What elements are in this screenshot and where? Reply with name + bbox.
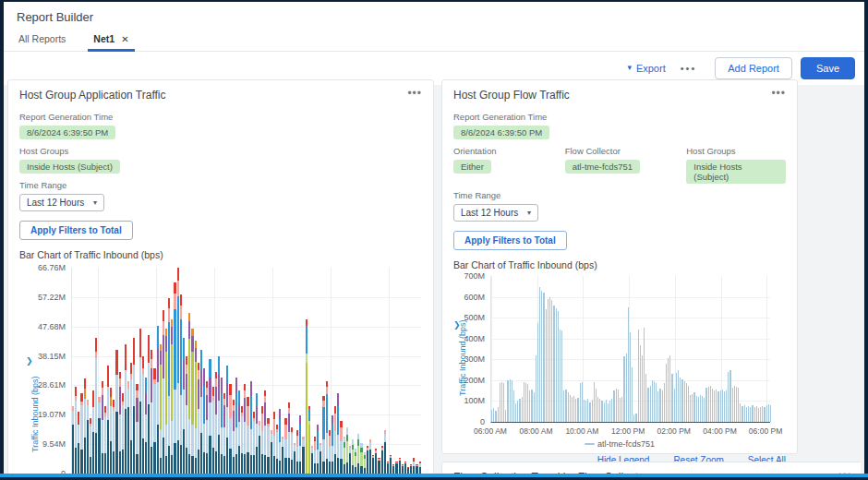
stacked-bar[interactable] xyxy=(247,397,248,474)
bar[interactable] xyxy=(592,400,593,422)
stacked-bar[interactable] xyxy=(332,415,333,474)
bar[interactable] xyxy=(585,401,586,422)
bar[interactable] xyxy=(599,399,600,422)
stacked-bar[interactable] xyxy=(215,372,217,474)
stacked-bar[interactable] xyxy=(256,393,258,474)
stacked-bar[interactable] xyxy=(153,368,155,474)
bar[interactable] xyxy=(577,398,578,422)
bar[interactable] xyxy=(618,390,619,422)
stacked-bar[interactable] xyxy=(107,366,109,474)
stacked-bar[interactable] xyxy=(264,390,266,474)
stacked-bar[interactable] xyxy=(110,388,112,474)
bar[interactable] xyxy=(678,370,679,422)
stacked-bar[interactable] xyxy=(119,372,121,474)
bar[interactable] xyxy=(702,396,703,422)
stacked-bar[interactable] xyxy=(253,412,255,474)
bar[interactable] xyxy=(768,404,769,422)
stacked-bar[interactable] xyxy=(288,402,290,474)
bar[interactable] xyxy=(527,384,528,422)
bar[interactable] xyxy=(726,390,727,422)
bar[interactable] xyxy=(507,380,508,422)
bar[interactable] xyxy=(546,309,547,422)
application-traffic-chart[interactable] xyxy=(71,268,421,474)
time-range-select[interactable]: Last 12 Hours ▾ xyxy=(453,204,538,222)
bar[interactable] xyxy=(522,397,523,422)
bar[interactable] xyxy=(561,330,562,422)
bar[interactable] xyxy=(513,390,514,422)
bar[interactable] xyxy=(608,403,609,422)
stacked-bar[interactable] xyxy=(241,406,243,474)
bar[interactable] xyxy=(754,407,755,422)
stacked-bar[interactable] xyxy=(326,381,328,474)
bar[interactable] xyxy=(587,399,588,422)
bar[interactable] xyxy=(744,405,745,422)
bar[interactable] xyxy=(543,293,544,422)
bar[interactable] xyxy=(645,374,646,422)
stacked-bar[interactable] xyxy=(223,393,225,474)
stacked-bar[interactable] xyxy=(122,393,124,474)
stacked-bar[interactable] xyxy=(168,298,170,474)
bar[interactable] xyxy=(613,390,614,422)
bar[interactable] xyxy=(623,356,624,422)
bar[interactable] xyxy=(620,398,621,422)
bar[interactable] xyxy=(630,332,631,422)
stacked-bar[interactable] xyxy=(203,368,205,474)
stacked-bar[interactable] xyxy=(229,384,231,474)
bar[interactable] xyxy=(750,407,751,422)
bar[interactable] xyxy=(628,307,629,422)
bar[interactable] xyxy=(570,395,571,422)
bar[interactable] xyxy=(556,308,557,422)
bar[interactable] xyxy=(748,406,749,422)
bar[interactable] xyxy=(609,401,610,422)
bar[interactable] xyxy=(764,407,765,422)
stacked-bar[interactable] xyxy=(276,425,278,474)
stacked-bar[interactable] xyxy=(329,430,331,474)
stacked-bar[interactable] xyxy=(221,378,223,474)
stacked-bar[interactable] xyxy=(244,384,246,474)
stacked-bar[interactable] xyxy=(375,449,377,474)
stacked-bar[interactable] xyxy=(308,406,310,474)
stacked-bar[interactable] xyxy=(387,462,389,474)
bar[interactable] xyxy=(531,390,532,422)
bar[interactable] xyxy=(698,397,699,422)
bar[interactable] xyxy=(704,398,705,422)
bar[interactable] xyxy=(729,370,730,422)
stacked-bar[interactable] xyxy=(364,452,366,474)
bar[interactable] xyxy=(760,407,761,422)
bar[interactable] xyxy=(563,390,564,422)
bar[interactable] xyxy=(635,414,636,422)
stacked-bar[interactable] xyxy=(404,462,406,474)
stacked-bar[interactable] xyxy=(113,400,115,474)
bar[interactable] xyxy=(573,396,574,422)
bar[interactable] xyxy=(714,390,715,422)
bar[interactable] xyxy=(705,388,706,422)
stacked-bar[interactable] xyxy=(177,268,179,474)
bar[interactable] xyxy=(756,406,757,422)
bar[interactable] xyxy=(597,397,598,422)
stacked-bar[interactable] xyxy=(183,338,185,474)
stacked-bar[interactable] xyxy=(337,393,339,474)
bar[interactable] xyxy=(758,408,759,422)
bar[interactable] xyxy=(560,330,561,422)
bar[interactable] xyxy=(650,386,651,423)
stacked-bar[interactable] xyxy=(235,378,237,474)
stacked-bar[interactable] xyxy=(413,458,415,474)
stacked-bar[interactable] xyxy=(311,446,313,474)
bar[interactable] xyxy=(662,390,663,422)
stacked-bar[interactable] xyxy=(188,313,190,474)
bar[interactable] xyxy=(728,372,729,422)
stacked-bar[interactable] xyxy=(191,329,193,474)
stacked-bar[interactable] xyxy=(104,406,106,474)
bar[interactable] xyxy=(656,383,657,422)
bar[interactable] xyxy=(594,382,595,422)
stacked-bar[interactable] xyxy=(95,338,97,474)
stacked-bar[interactable] xyxy=(355,449,356,474)
stacked-bar[interactable] xyxy=(165,329,167,474)
bar[interactable] xyxy=(716,390,717,422)
bar[interactable] xyxy=(770,405,771,422)
stacked-bar[interactable] xyxy=(102,381,103,474)
stacked-bar[interactable] xyxy=(250,381,252,474)
tab-net1[interactable]: Net1✕ xyxy=(91,29,130,51)
stacked-bar[interactable] xyxy=(299,415,301,474)
bar[interactable] xyxy=(638,330,639,422)
